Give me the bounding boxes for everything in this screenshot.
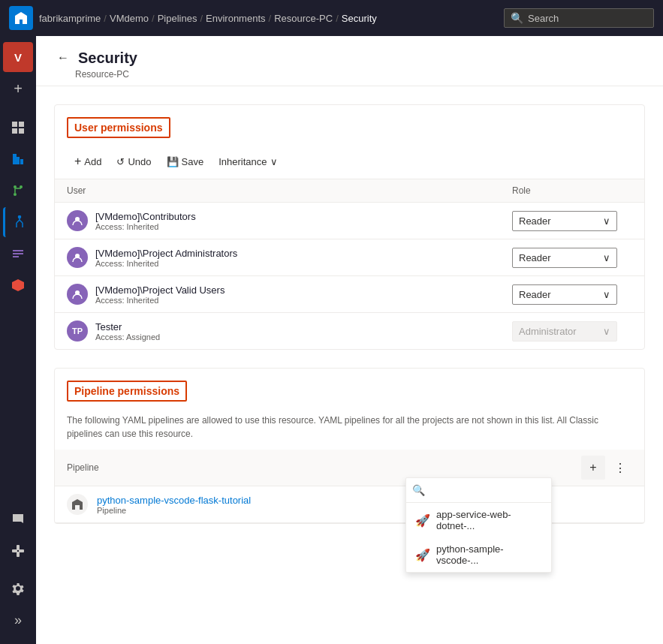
- inheritance-label: Inheritance: [218, 156, 267, 167]
- table-row: TP Tester Access: Assigned Administrator…: [55, 313, 644, 349]
- app-logo[interactable]: [9, 6, 33, 30]
- sidebar-item-extensions[interactable]: [3, 536, 33, 566]
- table-row: [VMdemo]\Project Valid Users Access: Inh…: [55, 276, 644, 313]
- sidebar-item-expand[interactable]: »: [3, 605, 33, 635]
- svg-rect-13: [17, 552, 20, 557]
- avatar: [67, 284, 88, 305]
- table-row: [VMdemo]\Contributors Access: Inherited …: [55, 203, 644, 239]
- pipeline-link[interactable]: python-sample-vscode-flask-tutorial: [97, 495, 251, 506]
- svg-rect-3: [19, 128, 24, 134]
- svg-rect-1: [19, 122, 24, 127]
- user-access: Access: Inherited: [95, 296, 225, 305]
- role-dropdown[interactable]: Reader ∨: [512, 248, 617, 268]
- inheritance-button[interactable]: Inheritance ∨: [211, 152, 285, 172]
- svg-rect-0: [12, 122, 17, 127]
- dropdown-search-bar: 🔍: [406, 478, 551, 503]
- chevron-down-icon: ∨: [603, 215, 610, 227]
- breadcrumb-vmdemo[interactable]: VMdemo: [110, 13, 149, 24]
- breadcrumb-sep-2: /: [200, 13, 203, 24]
- dropdown-item-label: python-sample-vscode-...: [436, 543, 542, 566]
- breadcrumb-environments[interactable]: Environments: [206, 13, 265, 24]
- sidebar-item-repos[interactable]: [3, 176, 33, 206]
- user-cell: [VMdemo]\Contributors Access: Inherited: [67, 210, 512, 231]
- svg-rect-10: [12, 549, 17, 552]
- undo-button[interactable]: ↺ Undo: [109, 152, 158, 172]
- sidebar-item-settings[interactable]: [3, 573, 33, 603]
- user-name: [VMdemo]\Project Valid Users: [95, 284, 225, 296]
- user-access: Access: Inherited: [95, 259, 237, 268]
- search-icon: 🔍: [412, 484, 425, 496]
- role-dropdown[interactable]: Reader ∨: [512, 211, 617, 231]
- user-cell: [VMdemo]\Project Administrators Access: …: [67, 247, 512, 268]
- search-box[interactable]: 🔍: [504, 8, 654, 28]
- add-pipeline-button[interactable]: +: [581, 456, 605, 480]
- role-dropdown[interactable]: Reader ∨: [512, 284, 617, 305]
- back-button[interactable]: ←: [54, 48, 72, 68]
- save-button[interactable]: 💾 Save: [159, 152, 212, 172]
- pipeline-table-header: Pipeline + ⋮: [55, 450, 644, 486]
- user-name: [VMdemo]\Contributors: [95, 211, 196, 222]
- breadcrumb-sep-0: /: [104, 13, 107, 24]
- undo-icon: ↺: [116, 156, 125, 167]
- search-input[interactable]: [528, 13, 647, 24]
- role-value: Administrator: [519, 326, 577, 337]
- role-value: Reader: [519, 289, 551, 300]
- sidebar-item-artifacts[interactable]: [3, 270, 33, 300]
- pipeline-description: The following YAML pipelines are allowed…: [55, 408, 644, 450]
- chevron-down-icon: ∨: [270, 156, 278, 167]
- pipeline-item-icon: 🚀: [415, 513, 430, 528]
- user-permissions-card: User permissions + Add ↺ Undo 💾 Save: [54, 104, 645, 350]
- user-info: [VMdemo]\Contributors Access: Inherited: [95, 211, 196, 231]
- role-cell: Reader ∨: [512, 248, 632, 268]
- pipeline-search-dropdown: 🔍 🚀 app-service-web-dotnet-... 🚀 python-…: [405, 477, 552, 573]
- col-user-label: User: [67, 185, 512, 196]
- sidebar-item-boards[interactable]: [3, 144, 33, 174]
- pipeline-item-icon: 🚀: [415, 548, 430, 562]
- user-access: Access: Assigned: [95, 333, 160, 342]
- top-navigation: fabrikamprime / VMdemo / Pipelines / Env…: [0, 0, 663, 36]
- pipeline-actions: + ⋮: [581, 456, 632, 480]
- avatar: TP: [67, 320, 88, 342]
- sidebar: V + »: [0, 36, 36, 644]
- breadcrumb-fabrikamprime[interactable]: fabrikamprime: [39, 13, 101, 24]
- role-dropdown-disabled: Administrator ∨: [512, 321, 617, 342]
- user-info: [VMdemo]\Project Valid Users Access: Inh…: [95, 284, 225, 305]
- breadcrumb-resource-pc[interactable]: Resource-PC: [274, 13, 333, 24]
- sidebar-item-add[interactable]: +: [3, 74, 33, 104]
- user-table-header: User Role: [55, 179, 644, 203]
- dropdown-search-input[interactable]: [429, 485, 545, 496]
- dropdown-item-label: app-service-web-dotnet-...: [436, 509, 542, 531]
- user-info: [VMdemo]\Project Administrators Access: …: [95, 248, 237, 268]
- user-info: Tester Access: Assigned: [95, 321, 160, 342]
- pipeline-info: python-sample-vscode-flask-tutorial Pipe…: [97, 495, 251, 515]
- breadcrumb-pipelines[interactable]: Pipelines: [158, 13, 197, 24]
- dropdown-item-0[interactable]: 🚀 app-service-web-dotnet-...: [406, 503, 551, 537]
- pipeline-icon: [67, 494, 88, 515]
- svg-point-9: [18, 216, 20, 218]
- table-row: [VMdemo]\Project Administrators Access: …: [55, 239, 644, 276]
- sidebar-item-overview[interactable]: [3, 113, 33, 143]
- pipeline-permissions-title: Pipeline permissions: [67, 381, 187, 402]
- save-icon: 💾: [167, 156, 179, 167]
- dropdown-item-1[interactable]: 🚀 python-sample-vscode-...: [406, 537, 551, 572]
- breadcrumb-sep-3: /: [269, 13, 272, 24]
- avatar: [67, 247, 88, 268]
- pipeline-row: python-sample-vscode-flask-tutorial Pipe…: [55, 486, 644, 523]
- sidebar-item-pipelines[interactable]: [3, 207, 33, 237]
- svg-point-6: [14, 193, 17, 196]
- user-permissions-toolbar: + Add ↺ Undo 💾 Save Inheritance ∨: [55, 144, 644, 179]
- sidebar-item-home[interactable]: V: [3, 42, 33, 72]
- role-cell: Administrator ∨: [512, 321, 632, 342]
- chevron-down-icon: ∨: [603, 289, 610, 300]
- sidebar-item-test-plans[interactable]: [3, 239, 33, 269]
- col-role-label: Role: [512, 185, 632, 196]
- pipeline-more-button[interactable]: ⋮: [608, 456, 632, 480]
- breadcrumb-security: Security: [342, 13, 377, 24]
- pipeline-col-label: Pipeline: [67, 462, 99, 473]
- pipeline-permissions-card: Pipeline permissions The following YAML …: [54, 368, 645, 524]
- chevron-down-icon: ∨: [603, 326, 610, 337]
- add-icon: +: [74, 155, 81, 168]
- sidebar-item-chat[interactable]: [3, 504, 33, 534]
- role-value: Reader: [519, 215, 551, 227]
- add-button[interactable]: + Add: [67, 150, 109, 173]
